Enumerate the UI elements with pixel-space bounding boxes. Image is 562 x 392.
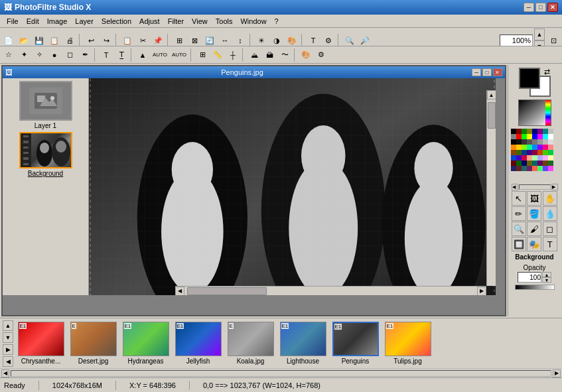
palette-color-7[interactable]: [548, 129, 553, 134]
tb2-guide[interactable]: ┼: [226, 48, 240, 62]
palette-color-24[interactable]: [511, 145, 516, 150]
palette-color-38[interactable]: [543, 150, 548, 155]
palette-color-8[interactable]: [511, 134, 516, 139]
palette-color-41[interactable]: [516, 155, 522, 161]
palette-color-29[interactable]: [537, 145, 543, 150]
tb-resize[interactable]: ⊞: [172, 33, 186, 46]
palette-color-33[interactable]: [516, 150, 522, 155]
tb2-pen[interactable]: ✒: [78, 48, 92, 62]
opacity-up-arrow[interactable]: ▲: [542, 272, 551, 277]
scroll-left-arrow[interactable]: ◀: [175, 287, 184, 296]
tb-contrast[interactable]: ◑: [269, 33, 284, 46]
palette-color-52[interactable]: [532, 161, 537, 166]
tool-eyedropper[interactable]: 💧: [543, 206, 557, 221]
palette-color-6[interactable]: [543, 129, 548, 134]
tool-brush[interactable]: 🖌: [527, 222, 541, 236]
palette-color-51[interactable]: [527, 161, 532, 166]
palette-color-20[interactable]: [532, 139, 537, 145]
tb2-palette[interactable]: 🎨: [299, 48, 313, 62]
palette-color-9[interactable]: [516, 134, 522, 139]
menu-file[interactable]: File: [3, 16, 23, 27]
tb-flip-h[interactable]: ↔: [218, 33, 232, 46]
palette-color-17[interactable]: [516, 139, 522, 145]
color-picker-area[interactable]: [518, 99, 551, 126]
palette-color-43[interactable]: [527, 155, 532, 161]
palette-color-5[interactable]: [537, 129, 543, 134]
palette-color-50[interactable]: [522, 161, 527, 166]
menu-image[interactable]: Image: [43, 16, 72, 27]
tool-text[interactable]: T: [543, 237, 557, 251]
scroll-up-arrow[interactable]: ▲: [487, 90, 496, 99]
thumbnail-chrysanthemum[interactable]: E1Chrysanthe...: [16, 322, 66, 365]
palette-color-34[interactable]: [522, 150, 527, 155]
palette-color-18[interactable]: [522, 139, 527, 145]
layer1-item[interactable]: Layer 1: [5, 81, 86, 129]
palette-color-62[interactable]: [543, 166, 548, 171]
palette-color-1[interactable]: [516, 129, 522, 134]
background-layer-item[interactable]: Background: [5, 132, 86, 177]
opacity-input[interactable]: 100: [518, 272, 541, 283]
thumbnail-desert[interactable]: EDesert.jpg: [68, 322, 118, 365]
tb2-select-all[interactable]: ☆: [1, 48, 16, 62]
palette-color-46[interactable]: [543, 155, 548, 161]
tb-redo[interactable]: ↪: [99, 33, 113, 46]
opacity-slider[interactable]: [515, 285, 555, 290]
thumbnail-jellyfish[interactable]: E1Jellyfish: [173, 322, 223, 365]
tb-rotate[interactable]: 🔄: [202, 33, 217, 46]
palette-color-13[interactable]: [537, 134, 543, 139]
palette-scroll-left[interactable]: ◀: [512, 184, 518, 190]
menu-selection[interactable]: Selection: [98, 16, 135, 27]
zoom-up-arrow[interactable]: ▲: [534, 29, 545, 40]
thumb-nav-right[interactable]: ▶: [3, 344, 13, 355]
horizontal-scroll-thumb[interactable]: [187, 287, 267, 295]
tb-cut[interactable]: ✂: [135, 33, 150, 46]
palette-color-45[interactable]: [537, 155, 543, 161]
tb2-deselect[interactable]: ✦: [17, 48, 31, 62]
palette-color-37[interactable]: [537, 150, 543, 155]
horizontal-scrollbar[interactable]: ◀ ▶: [175, 286, 486, 295]
palette-color-32[interactable]: [511, 150, 516, 155]
palette-color-27[interactable]: [527, 145, 532, 150]
palette-color-55[interactable]: [548, 161, 553, 166]
palette-color-40[interactable]: [511, 155, 516, 161]
tb2-transform[interactable]: T: [99, 48, 113, 62]
thumbnail-tulips[interactable]: E1Tulips.jpg: [383, 322, 433, 365]
canvas-area[interactable]: ▲ ◀ ▶: [89, 78, 496, 295]
scroll-right-arrow[interactable]: ▶: [477, 287, 486, 296]
palette-color-48[interactable]: [511, 161, 516, 166]
tb2-grid[interactable]: ⊞: [195, 48, 210, 62]
tb-crop[interactable]: ⊠: [187, 33, 202, 46]
palette-color-56[interactable]: [511, 166, 516, 171]
tool-shape[interactable]: 🔲: [512, 237, 526, 251]
tool-select[interactable]: ↖: [512, 191, 526, 206]
tb-zoom-out[interactable]: 🔎: [358, 33, 372, 46]
tb-save-as[interactable]: 📋: [47, 33, 62, 46]
image-maximize-button[interactable]: □: [482, 68, 492, 76]
palette-color-63[interactable]: [548, 166, 553, 171]
thumbnail-scrollbar[interactable]: ◀ ▶: [0, 368, 562, 377]
thumb-nav-up[interactable]: ▲: [3, 320, 13, 331]
palette-color-11[interactable]: [527, 134, 532, 139]
zoom-input[interactable]: [500, 34, 533, 46]
tb-copy[interactable]: 📋: [120, 33, 135, 46]
palette-color-35[interactable]: [527, 150, 532, 155]
tb2-ruler[interactable]: 📏: [210, 48, 225, 62]
palette-color-16[interactable]: [511, 139, 516, 145]
menu-tools[interactable]: Tools: [212, 16, 237, 27]
tb2-settings[interactable]: ⚙: [314, 48, 328, 62]
palette-color-36[interactable]: [532, 150, 537, 155]
vertical-scroll-thumb[interactable]: [488, 102, 496, 129]
tb2-brush-size[interactable]: ●: [47, 48, 62, 62]
tb2-auto2[interactable]: AUTO: [170, 48, 188, 62]
menu-adjust[interactable]: Adjust: [135, 16, 164, 27]
palette-color-10[interactable]: [522, 134, 527, 139]
maximize-button[interactable]: □: [535, 3, 546, 12]
menu-layer[interactable]: Layer: [71, 16, 98, 27]
tool-hand[interactable]: ✋: [543, 191, 557, 206]
thumbnail-koala[interactable]: EKoala.jpg: [226, 322, 275, 365]
tb-saturation[interactable]: 🎨: [285, 33, 299, 46]
opacity-down-arrow[interactable]: ▼: [542, 277, 551, 283]
tb-paste[interactable]: 📌: [151, 33, 165, 46]
tool-pencil[interactable]: ✏: [512, 206, 526, 221]
palette-color-39[interactable]: [548, 150, 553, 155]
